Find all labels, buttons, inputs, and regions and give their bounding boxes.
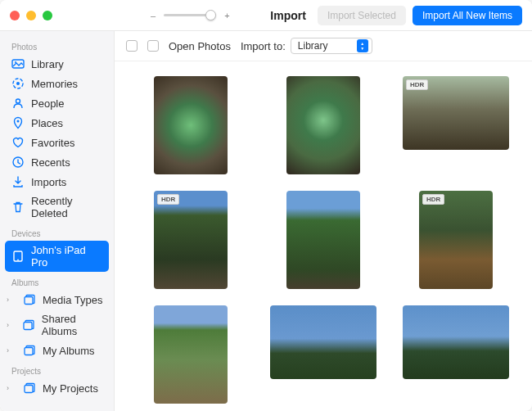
sidebar-item-people[interactable]: People	[0, 93, 114, 113]
import-selected-button: Import Selected	[318, 6, 406, 25]
main-content: Open Photos Import to: Library HDRHDRHDR	[114, 31, 532, 411]
sidebar-item-device-ipad[interactable]: John's iPad Pro	[5, 241, 109, 272]
memories-icon	[11, 77, 25, 90]
sidebar-item-my-projects[interactable]: › My Projects	[0, 378, 114, 398]
sidebar-item-places[interactable]: Places	[0, 113, 114, 133]
imports-icon	[11, 175, 25, 188]
library-icon	[11, 57, 25, 70]
sidebar: Photos Library Memories People	[0, 31, 114, 411]
minimize-window-button[interactable]	[26, 11, 36, 20]
import-to-value: Library	[298, 40, 328, 52]
svg-rect-9	[25, 297, 33, 305]
sidebar-item-label: Library	[31, 58, 64, 70]
sidebar-section-photos: Photos	[0, 36, 114, 54]
sidebar-item-label: Favorites	[31, 137, 74, 149]
zoom-out-icon: –	[151, 11, 156, 20]
photo-thumbnail[interactable]	[403, 305, 509, 379]
sidebar-item-my-albums[interactable]: › My Albums	[0, 341, 114, 360]
svg-point-5	[17, 120, 20, 123]
photo-thumbnail[interactable]: HDR	[419, 191, 493, 289]
hdr-badge: HDR	[422, 194, 444, 205]
import-toolbar: Open Photos Import to: Library	[115, 31, 532, 61]
photo-thumbnail[interactable]	[154, 76, 228, 174]
photo-thumbnail[interactable]: HDR	[403, 76, 509, 150]
photo-thumbnail[interactable]	[154, 305, 228, 404]
import-heading: Import	[270, 9, 306, 22]
people-icon	[11, 97, 25, 110]
photo-thumbnail[interactable]	[270, 305, 376, 379]
select-all-checkbox[interactable]	[126, 40, 138, 52]
svg-rect-12	[25, 386, 33, 393]
sidebar-item-library[interactable]: Library	[0, 54, 114, 74]
sidebar-section-devices: Devices	[0, 223, 114, 241]
zoom-slider-track[interactable]	[164, 14, 216, 16]
sidebar-item-recents[interactable]: Recents	[0, 152, 114, 172]
album-icon	[23, 344, 36, 357]
chevron-right-icon: ›	[7, 321, 14, 329]
hdr-badge: HDR	[406, 79, 428, 90]
zoom-slider-thumb[interactable]	[205, 10, 216, 20]
titlebar: – + Import Import Selected Import All Ne…	[0, 0, 532, 31]
chevron-right-icon: ›	[7, 296, 15, 304]
sidebar-item-label: Memories	[31, 78, 78, 90]
sidebar-item-label: Shared Albums	[42, 313, 106, 337]
sidebar-section-albums: Albums	[0, 272, 114, 290]
window-controls	[10, 11, 52, 20]
maximize-window-button[interactable]	[43, 11, 52, 20]
device-icon	[11, 250, 25, 263]
photos-app-window: – + Import Import Selected Import All Ne…	[0, 0, 532, 411]
sidebar-item-shared-albums[interactable]: › Shared Albums	[0, 309, 114, 341]
photo-thumbnail[interactable]: HDR	[154, 191, 228, 289]
sidebar-item-label: My Projects	[43, 382, 98, 395]
svg-point-4	[16, 99, 20, 103]
sidebar-item-label: My Albums	[43, 345, 95, 357]
album-icon	[23, 382, 36, 395]
select-arrows-icon	[357, 39, 368, 52]
import-to-select[interactable]: Library	[291, 38, 372, 54]
recents-icon	[11, 156, 25, 169]
sidebar-item-label: Recents	[31, 156, 70, 169]
sidebar-item-label: Places	[31, 117, 63, 129]
sidebar-item-favorites[interactable]: Favorites	[0, 133, 114, 152]
import-to-label: Import to:	[241, 40, 286, 52]
photo-thumbnail[interactable]	[286, 76, 360, 174]
chevron-right-icon: ›	[7, 346, 15, 355]
open-photos-checkbox[interactable]	[147, 40, 159, 52]
import-all-button[interactable]: Import All New Items	[413, 6, 522, 25]
album-icon	[23, 293, 36, 306]
sidebar-item-label: Recently Deleted	[31, 195, 106, 219]
hdr-badge: HDR	[157, 194, 179, 205]
album-icon	[22, 318, 35, 332]
sidebar-item-recently-deleted[interactable]: Recently Deleted	[0, 192, 114, 223]
close-window-button[interactable]	[10, 11, 20, 20]
chevron-right-icon: ›	[7, 384, 15, 392]
sidebar-item-imports[interactable]: Imports	[0, 172, 114, 192]
sidebar-item-label: Media Types	[43, 294, 102, 306]
sidebar-item-label: People	[31, 97, 64, 110]
sidebar-section-projects: Projects	[0, 360, 114, 378]
sidebar-item-memories[interactable]: Memories	[0, 74, 114, 93]
svg-rect-11	[25, 348, 33, 355]
places-icon	[11, 116, 25, 129]
svg-point-3	[16, 82, 20, 85]
sidebar-item-media-types[interactable]: › Media Types	[0, 290, 114, 309]
sidebar-item-label: Imports	[31, 176, 66, 188]
photo-grid: HDRHDRHDR	[115, 61, 532, 411]
favorites-icon	[11, 136, 25, 149]
photo-thumbnail[interactable]	[286, 191, 360, 289]
svg-rect-10	[24, 323, 32, 330]
trash-icon	[11, 201, 25, 214]
zoom-slider[interactable]: – +	[151, 11, 230, 20]
zoom-in-icon: +	[224, 11, 229, 20]
open-photos-label: Open Photos	[169, 40, 231, 52]
sidebar-item-label: John's iPad Pro	[31, 244, 101, 269]
